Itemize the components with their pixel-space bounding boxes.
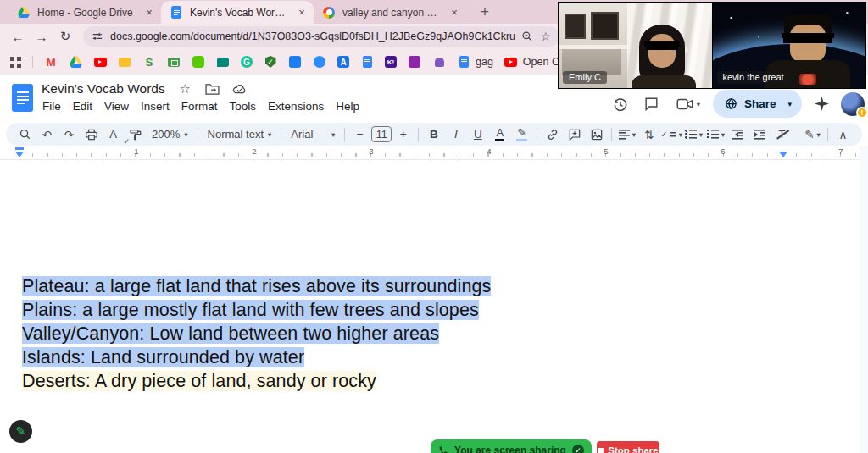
bookmark-grammarly[interactable]: G [241, 56, 253, 68]
menu-view[interactable]: View [98, 97, 135, 115]
collapse-toolbar-button[interactable]: ∧ [832, 124, 854, 144]
bookmark-drive[interactable] [69, 55, 82, 69]
checklist-button[interactable]: ✓▾ [660, 124, 682, 144]
bulleted-list-button[interactable]: ▾ [683, 124, 704, 144]
add-comment-button[interactable] [564, 124, 585, 144]
close-icon[interactable]: × [448, 6, 461, 19]
numbered-list-button[interactable]: ▾ [705, 124, 726, 144]
align-button[interactable]: ▾ [616, 124, 637, 144]
zoom-select[interactable]: 200%▾ [147, 128, 193, 141]
move-folder-icon[interactable] [205, 82, 220, 97]
increase-font-size-button[interactable]: + [392, 124, 414, 144]
bookmark-blooket[interactable] [288, 55, 302, 69]
menu-edit[interactable]: Edit [67, 97, 98, 115]
highlighted-text[interactable]: Plateau: a large flat land that rises ab… [22, 276, 491, 296]
security-check-icon[interactable]: ✓ [572, 445, 584, 453]
italic-button[interactable]: I [445, 124, 466, 144]
stop-share-button[interactable]: Stop share [597, 441, 659, 453]
apps-grid-icon[interactable] [10, 57, 21, 68]
bookmark-star-icon[interactable]: ☆ [540, 30, 551, 43]
highlighted-text[interactable]: Plains: a large mostly flat land with fe… [22, 300, 479, 320]
search-menus-icon[interactable] [14, 124, 36, 144]
insert-image-button[interactable] [586, 124, 607, 144]
bookmark-docs[interactable] [360, 55, 374, 69]
back-button[interactable]: ← [7, 25, 29, 47]
screen-sharing-banner: You are screen sharing ✓ [431, 439, 592, 453]
line-spacing-button[interactable]: ⇅ [638, 124, 659, 144]
video-tile-emily[interactable]: Emily C [559, 3, 712, 88]
menu-format[interactable]: Format [175, 97, 224, 115]
bookmark-kahoot[interactable]: K! [385, 56, 397, 68]
menu-extensions[interactable]: Extensions [262, 97, 330, 115]
address-bar[interactable]: docs.google.com/document/d/1N37O83O3-sGq… [83, 26, 559, 47]
bookmark-s-site[interactable]: S [142, 55, 156, 69]
menu-insert[interactable]: Insert [135, 97, 175, 115]
clear-formatting-button[interactable]: T [771, 124, 793, 144]
menu-file[interactable]: File [36, 97, 67, 115]
highlighted-text[interactable]: Islands: Land surrounded by water [22, 347, 304, 367]
editing-mode-button[interactable]: ✎▾ [802, 124, 823, 144]
document-title[interactable]: Kevin's Vocab Words [42, 81, 165, 97]
bookmark-gmail[interactable]: M [44, 55, 58, 69]
bookmark-zoom[interactable] [313, 55, 326, 69]
print-button[interactable] [81, 124, 102, 144]
forward-button[interactable]: → [31, 25, 53, 47]
decrease-indent-button[interactable] [727, 124, 748, 144]
ruler[interactable]: 1 2 3 4 5 6 7 [0, 146, 860, 160]
font-size-input[interactable]: 11 [371, 126, 392, 142]
tab-search-valley-canyon[interactable]: valley and canyon difference - G × [314, 1, 466, 24]
url-text[interactable]: docs.google.com/document/d/1N37O83O3-sGq… [110, 30, 515, 42]
paragraph-style-select[interactable]: Normal text▾ [203, 128, 277, 141]
bookmark-shield[interactable]: ✓ [264, 55, 277, 69]
site-info-icon[interactable] [92, 30, 103, 42]
undo-button[interactable]: ↶ [36, 124, 58, 144]
underline-button[interactable]: U [467, 124, 488, 144]
toolbar-divider [198, 128, 198, 141]
document-page[interactable]: Plateau: a large flat land that rises ab… [0, 161, 860, 453]
cloud-saved-icon[interactable] [232, 82, 247, 97]
bookmark-translate[interactable]: A [337, 56, 349, 68]
highlight-color-button[interactable]: ✎ [511, 124, 532, 144]
bookmark-gag[interactable]: gag [457, 55, 493, 69]
first-line-indent-marker[interactable] [15, 147, 24, 150]
tab-home-drive[interactable]: Home - Google Drive × [8, 1, 161, 24]
insert-link-button[interactable] [542, 124, 563, 144]
docs-logo[interactable] [12, 84, 33, 112]
text-color-button[interactable]: A [489, 124, 510, 144]
video-tile-kevin[interactable]: kevin the great [713, 3, 866, 88]
highlighted-text[interactable]: Deserts: A dry piece of land, sandy or r… [22, 371, 376, 391]
bookmark-chat[interactable] [216, 55, 230, 69]
menu-tools[interactable]: Tools [224, 97, 263, 115]
bookmark-purple-app[interactable] [408, 55, 421, 69]
share-dropdown[interactable]: ▾ [784, 100, 802, 108]
share-button[interactable]: Share ▾ [713, 90, 802, 118]
annotate-button[interactable]: ✎ [9, 420, 32, 443]
avatar[interactable]: ! [841, 92, 865, 116]
video-call-overlay[interactable]: Emily C kevin the great [558, 2, 866, 89]
bookmark-yellow-app[interactable] [118, 55, 131, 69]
reload-button[interactable]: ↻ [54, 25, 76, 47]
bookmark-youtube[interactable] [93, 55, 107, 69]
zoom-page-icon[interactable] [521, 30, 533, 42]
redo-button[interactable]: ↷ [58, 124, 80, 144]
close-icon[interactable]: × [142, 6, 156, 19]
bookmark-classroom[interactable] [167, 55, 181, 69]
menu-help[interactable]: Help [330, 97, 365, 115]
gemini-sparkle-icon[interactable] [810, 92, 833, 116]
spellcheck-button[interactable]: A✓ [103, 124, 124, 144]
comments-icon[interactable] [640, 92, 664, 116]
version-history-icon[interactable] [609, 92, 632, 116]
font-select[interactable]: Arial▾ [286, 128, 340, 141]
star-document-icon[interactable]: ☆ [178, 82, 192, 97]
bold-button[interactable]: B [423, 124, 444, 144]
new-tab-button[interactable]: + [481, 3, 489, 20]
tab-kevins-vocab-words[interactable]: Kevin's Vocab Words - Google D × [161, 1, 314, 24]
highlighted-text[interactable]: Valley/Canyon: Low land between two high… [22, 323, 439, 344]
bookmark-person[interactable] [432, 55, 446, 69]
scrollbar-track[interactable] [860, 146, 868, 453]
decrease-font-size-button[interactable]: − [349, 124, 370, 144]
increase-indent-button[interactable] [749, 124, 771, 144]
bookmark-duolingo[interactable] [192, 55, 205, 69]
close-icon[interactable]: × [295, 6, 309, 19]
meet-videocam-icon[interactable]: ▾ [671, 92, 705, 116]
